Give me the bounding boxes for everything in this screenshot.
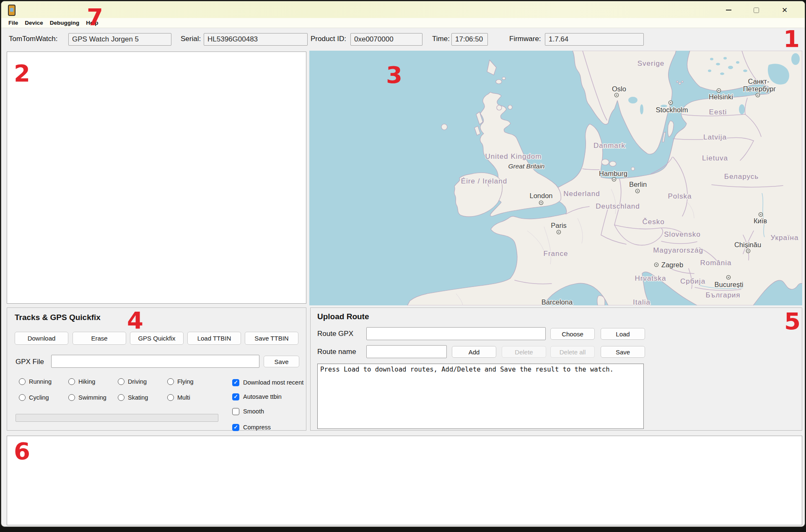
radio-label: Driving [128,378,147,385]
city-marker-icon [756,93,760,97]
map-label: Lietuva [702,154,728,162]
checkbox-smooth[interactable]: ✓Smooth [232,407,264,416]
city-marker-icon [717,89,721,93]
radio-icon [167,378,174,385]
product-id-field[interactable]: 0xe0070000 [350,33,422,46]
track-list-panel[interactable] [7,52,306,304]
map-label: Київ [754,217,767,225]
menu-debugging[interactable]: Debugging [47,20,83,26]
map-label: Italia [633,298,651,305]
map-label: Србија [680,277,705,285]
route-gpx-input[interactable] [366,327,546,340]
app-watch-icon [8,5,16,16]
radio-driving[interactable]: Driving [118,377,147,386]
city-marker-icon [669,101,673,105]
checkbox-icon: ✓ [232,424,239,431]
map-label: Hamburg [599,170,627,177]
title-bar: ✕ [1,1,805,18]
upload-route-groupbox: Upload Route Route GPX Choose Load Route… [310,307,802,431]
checkbox-icon: ✓ [232,408,239,415]
close-button[interactable]: ✕ [775,4,794,16]
route-save-button[interactable]: Save [601,346,645,358]
map-label: Петербург [743,85,776,93]
map-label: Oslo [612,85,626,93]
annotation-6: 6 [14,439,30,463]
map-panel[interactable]: SverigeEestiLatvijaDanmarkLietuvaБеларус… [309,51,802,305]
map-label: România [700,259,731,267]
product-id-label: Product ID: [311,35,346,43]
checkbox-download-most-recent[interactable]: ✓Download most recent [232,378,303,387]
save-ttbin-button[interactable]: Save TTBIN [245,332,298,345]
radio-icon [118,378,124,385]
route-name-input[interactable] [366,345,447,358]
radio-skating[interactable]: Skating [118,393,148,402]
map-label: Hrvatska [635,274,666,282]
minimize-button[interactable] [719,4,738,16]
radio-icon [19,378,26,385]
map-label: București [715,281,744,288]
log-panel[interactable] [7,436,802,525]
route-delete-button[interactable]: Delete [502,346,546,358]
checkbox-compress[interactable]: ✓Compress [232,423,271,431]
checkbox-autosave-ttbin[interactable]: ✓Autosave ttbin [232,393,282,401]
route-add-button[interactable]: Add [452,346,496,358]
gpx-file-input[interactable] [51,355,259,368]
radio-swimming[interactable]: Swimming [68,393,106,402]
radio-hiking[interactable]: Hiking [68,377,95,386]
map-label: Danmark [593,142,625,150]
city-marker-icon [727,276,731,279]
map-label: Zagreb [661,261,683,269]
route-message-area[interactable]: Press Load to download routes, Add/Delet… [317,364,644,429]
maximize-button[interactable] [746,4,766,16]
load-ttbin-button[interactable]: Load TTBIN [187,332,241,345]
map-label: France [544,250,568,258]
route-delete-all-button[interactable]: Delete all [550,346,595,358]
tracks-header: Tracks & GPS Quickfix [15,313,101,322]
watch-name-field[interactable]: GPS Watch Jorgen 5 [68,33,171,46]
city-marker-icon [615,93,619,97]
radio-label: Running [29,378,52,385]
europe-map: SverigeEestiLatvijaDanmarkLietuvaБеларус… [309,51,802,305]
menu-device[interactable]: Device [21,20,47,26]
map-label: Helsinki [709,93,733,101]
map-label: Magyarország [653,246,703,254]
checkbox-icon: ✓ [232,393,239,400]
radio-label: Hiking [78,378,95,385]
city-marker-icon [539,201,543,205]
gpx-save-button[interactable]: Save [264,356,299,367]
radio-cycling[interactable]: Cycling [19,393,49,402]
map-label: London [529,192,552,199]
route-load-button[interactable]: Load [601,328,645,340]
choose-button[interactable]: Choose [550,328,595,340]
annotation-3: 3 [386,63,402,87]
radio-icon [19,394,26,401]
radio-running[interactable]: Running [19,377,52,386]
route-gpx-label: Route GPX [317,330,353,338]
map-label: Беларусь [724,173,759,181]
radio-flying[interactable]: Flying [167,377,194,386]
checkbox-icon: ✓ [232,379,239,386]
radio-label: Swimming [78,394,106,401]
radio-multi[interactable]: Multi [167,393,190,402]
radio-label: Cycling [29,394,49,401]
menu-file[interactable]: File [5,20,21,26]
city-marker-icon [655,263,658,267]
time-field[interactable]: 17:06:50 [451,33,488,46]
serial-field[interactable]: HL5396G00483 [204,33,308,46]
download-button[interactable]: Download [15,332,68,345]
checkbox-label: Autosave ttbin [243,393,282,400]
erase-button[interactable]: Erase [73,332,126,345]
map-label: Polska [668,192,692,200]
route-name-label: Route name [317,348,356,356]
city-marker-icon [636,189,640,193]
radio-icon [68,378,75,385]
map-label: Санкт- [748,77,770,85]
annotation-7: 7 [87,5,103,29]
map-label: Slovensko [664,230,700,238]
tracks-groupbox: Tracks & GPS Quickfix Download Erase GPS… [7,307,306,431]
map-label: Paris [551,222,567,229]
menu-bar: File Device Debugging Help [1,18,805,28]
app-window: ✕ File Device Debugging Help TomTomWatch… [1,1,805,527]
close-icon: ✕ [782,6,788,15]
firmware-field[interactable]: 1.7.64 [545,33,644,46]
